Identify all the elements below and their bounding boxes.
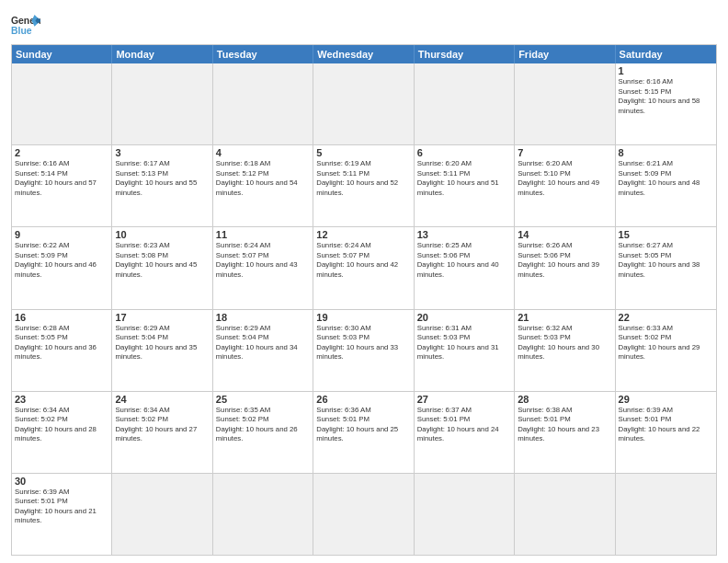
calendar-row-2: 9Sunrise: 6:22 AMSunset: 5:09 PMDaylight… — [12, 226, 716, 308]
calendar-cell — [213, 474, 313, 555]
cell-info: Sunrise: 6:16 AMSunset: 5:14 PMDaylight:… — [15, 159, 108, 198]
day-number: 30 — [15, 476, 108, 487]
day-number: 3 — [115, 147, 209, 158]
calendar-cell: 7Sunrise: 6:20 AMSunset: 5:10 PMDaylight… — [515, 145, 615, 226]
header: General Blue — [11, 9, 717, 39]
day-number: 26 — [316, 394, 410, 405]
calendar-cell — [313, 63, 414, 144]
calendar-cell: 20Sunrise: 6:31 AMSunset: 5:03 PMDayligh… — [415, 310, 515, 391]
day-number: 6 — [417, 147, 511, 158]
calendar-cell: 24Sunrise: 6:34 AMSunset: 5:02 PMDayligh… — [112, 392, 212, 473]
calendar-cell — [12, 63, 112, 144]
cell-info: Sunrise: 6:24 AMSunset: 5:07 PMDaylight:… — [216, 241, 310, 280]
day-number: 29 — [619, 394, 713, 405]
cell-info: Sunrise: 6:27 AMSunset: 5:05 PMDaylight:… — [619, 241, 713, 280]
cell-info: Sunrise: 6:19 AMSunset: 5:11 PMDaylight:… — [316, 159, 410, 198]
logo-icon: General Blue — [11, 13, 40, 39]
calendar-cell: 18Sunrise: 6:29 AMSunset: 5:04 PMDayligh… — [213, 310, 313, 391]
calendar-cell — [616, 474, 716, 555]
calendar-cell: 1Sunrise: 6:16 AMSunset: 5:15 PMDaylight… — [616, 63, 716, 144]
cell-info: Sunrise: 6:28 AMSunset: 5:05 PMDaylight:… — [15, 324, 108, 362]
cell-info: Sunrise: 6:33 AMSunset: 5:02 PMDaylight:… — [619, 324, 713, 362]
cell-info: Sunrise: 6:25 AMSunset: 5:06 PMDaylight:… — [417, 241, 511, 280]
calendar-cell — [415, 474, 515, 555]
cell-info: Sunrise: 6:36 AMSunset: 5:01 PMDaylight:… — [316, 406, 410, 444]
calendar: SundayMondayTuesdayWednesdayThursdayFrid… — [11, 44, 717, 556]
calendar-cell: 11Sunrise: 6:24 AMSunset: 5:07 PMDayligh… — [213, 227, 313, 308]
cell-info: Sunrise: 6:37 AMSunset: 5:01 PMDaylight:… — [417, 406, 511, 444]
cell-info: Sunrise: 6:29 AMSunset: 5:04 PMDaylight:… — [216, 324, 310, 362]
cell-info: Sunrise: 6:38 AMSunset: 5:01 PMDaylight:… — [518, 406, 611, 444]
calendar-cell: 4Sunrise: 6:18 AMSunset: 5:12 PMDaylight… — [213, 145, 313, 226]
cell-info: Sunrise: 6:17 AMSunset: 5:13 PMDaylight:… — [115, 159, 209, 198]
calendar-cell: 15Sunrise: 6:27 AMSunset: 5:05 PMDayligh… — [616, 227, 716, 308]
calendar-cell: 17Sunrise: 6:29 AMSunset: 5:04 PMDayligh… — [112, 310, 212, 391]
calendar-cell: 25Sunrise: 6:35 AMSunset: 5:02 PMDayligh… — [213, 392, 313, 473]
calendar-cell: 28Sunrise: 6:38 AMSunset: 5:01 PMDayligh… — [515, 392, 615, 473]
calendar-cell — [112, 474, 212, 555]
calendar-cell: 13Sunrise: 6:25 AMSunset: 5:06 PMDayligh… — [415, 227, 515, 308]
cell-info: Sunrise: 6:29 AMSunset: 5:04 PMDaylight:… — [115, 324, 209, 362]
cell-info: Sunrise: 6:21 AMSunset: 5:09 PMDaylight:… — [619, 159, 713, 198]
calendar-cell: 19Sunrise: 6:30 AMSunset: 5:03 PMDayligh… — [313, 310, 414, 391]
header-day-wednesday: Wednesday — [313, 45, 414, 63]
header-day-friday: Friday — [515, 45, 615, 63]
calendar-cell — [515, 63, 615, 144]
calendar-cell: 27Sunrise: 6:37 AMSunset: 5:01 PMDayligh… — [415, 392, 515, 473]
calendar-cell — [213, 63, 313, 144]
day-number: 4 — [216, 147, 310, 158]
logo: General Blue — [11, 13, 40, 39]
calendar-row-1: 2Sunrise: 6:16 AMSunset: 5:14 PMDaylight… — [12, 144, 716, 226]
calendar-row-3: 16Sunrise: 6:28 AMSunset: 5:05 PMDayligh… — [12, 309, 716, 391]
day-number: 15 — [619, 229, 713, 240]
day-number: 24 — [115, 394, 209, 405]
calendar-row-5: 30Sunrise: 6:39 AMSunset: 5:01 PMDayligh… — [12, 473, 716, 555]
cell-info: Sunrise: 6:24 AMSunset: 5:07 PMDaylight:… — [316, 241, 410, 280]
calendar-cell: 9Sunrise: 6:22 AMSunset: 5:09 PMDaylight… — [12, 227, 112, 308]
calendar-cell — [415, 63, 515, 144]
calendar-cell: 29Sunrise: 6:39 AMSunset: 5:01 PMDayligh… — [616, 392, 716, 473]
day-number: 12 — [316, 229, 410, 240]
cell-info: Sunrise: 6:26 AMSunset: 5:06 PMDaylight:… — [518, 241, 611, 280]
cell-info: Sunrise: 6:31 AMSunset: 5:03 PMDaylight:… — [417, 324, 511, 362]
calendar-cell — [313, 474, 414, 555]
calendar-cell: 10Sunrise: 6:23 AMSunset: 5:08 PMDayligh… — [112, 227, 212, 308]
calendar-cell: 8Sunrise: 6:21 AMSunset: 5:09 PMDaylight… — [616, 145, 716, 226]
cell-info: Sunrise: 6:20 AMSunset: 5:10 PMDaylight:… — [518, 159, 611, 198]
header-day-thursday: Thursday — [415, 45, 515, 63]
calendar-cell: 2Sunrise: 6:16 AMSunset: 5:14 PMDaylight… — [12, 145, 112, 226]
calendar-cell: 21Sunrise: 6:32 AMSunset: 5:03 PMDayligh… — [515, 310, 615, 391]
day-number: 10 — [115, 229, 209, 240]
calendar-header: SundayMondayTuesdayWednesdayThursdayFrid… — [12, 45, 716, 63]
day-number: 7 — [518, 147, 611, 158]
day-number: 14 — [518, 229, 611, 240]
calendar-cell: 22Sunrise: 6:33 AMSunset: 5:02 PMDayligh… — [616, 310, 716, 391]
cell-info: Sunrise: 6:39 AMSunset: 5:01 PMDaylight:… — [619, 406, 713, 444]
calendar-body: 1Sunrise: 6:16 AMSunset: 5:15 PMDaylight… — [12, 63, 716, 555]
day-number: 16 — [15, 312, 108, 323]
cell-info: Sunrise: 6:23 AMSunset: 5:08 PMDaylight:… — [115, 241, 209, 280]
day-number: 27 — [417, 394, 511, 405]
day-number: 2 — [15, 147, 108, 158]
cell-info: Sunrise: 6:30 AMSunset: 5:03 PMDaylight:… — [316, 324, 410, 362]
cell-info: Sunrise: 6:32 AMSunset: 5:03 PMDaylight:… — [518, 324, 611, 362]
calendar-cell — [112, 63, 212, 144]
calendar-cell: 30Sunrise: 6:39 AMSunset: 5:01 PMDayligh… — [12, 474, 112, 555]
calendar-cell: 12Sunrise: 6:24 AMSunset: 5:07 PMDayligh… — [313, 227, 414, 308]
calendar-cell: 26Sunrise: 6:36 AMSunset: 5:01 PMDayligh… — [313, 392, 414, 473]
day-number: 8 — [619, 147, 713, 158]
calendar-cell: 23Sunrise: 6:34 AMSunset: 5:02 PMDayligh… — [12, 392, 112, 473]
day-number: 1 — [619, 65, 713, 76]
cell-info: Sunrise: 6:16 AMSunset: 5:15 PMDaylight:… — [619, 77, 713, 116]
svg-text:Blue: Blue — [11, 26, 32, 36]
day-number: 28 — [518, 394, 611, 405]
cell-info: Sunrise: 6:39 AMSunset: 5:01 PMDaylight:… — [15, 488, 108, 526]
day-number: 25 — [216, 394, 310, 405]
calendar-cell — [515, 474, 615, 555]
day-number: 20 — [417, 312, 511, 323]
calendar-cell: 6Sunrise: 6:20 AMSunset: 5:11 PMDaylight… — [415, 145, 515, 226]
calendar-cell: 3Sunrise: 6:17 AMSunset: 5:13 PMDaylight… — [112, 145, 212, 226]
day-number: 9 — [15, 229, 108, 240]
day-number: 23 — [15, 394, 108, 405]
day-number: 18 — [216, 312, 310, 323]
